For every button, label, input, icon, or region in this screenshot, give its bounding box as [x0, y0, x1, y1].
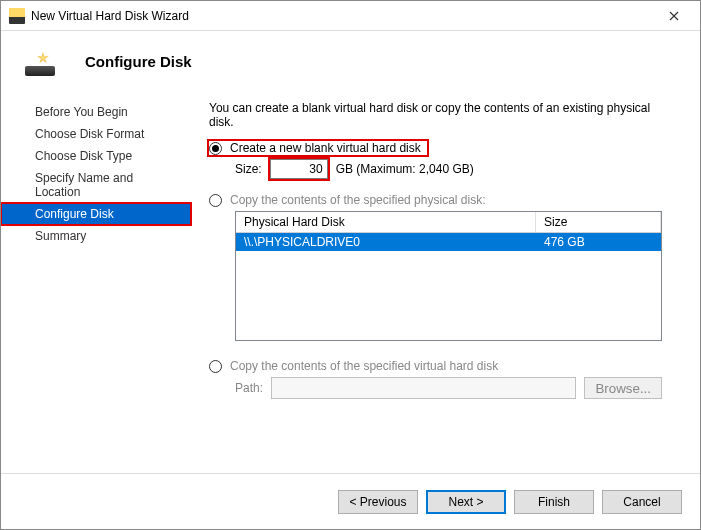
- wizard-window: New Virtual Hard Disk Wizard Configure D…: [0, 0, 701, 530]
- option-copy-physical-label: Copy the contents of the specified physi…: [230, 193, 485, 207]
- button-row: < Previous Next > Finish Cancel: [1, 473, 700, 529]
- option-create-blank[interactable]: Create a new blank virtual hard disk: [209, 141, 427, 155]
- app-icon: [9, 8, 25, 24]
- option-copy-physical[interactable]: Copy the contents of the specified physi…: [209, 193, 662, 207]
- window-title: New Virtual Hard Disk Wizard: [31, 9, 652, 23]
- size-label: Size:: [235, 162, 262, 176]
- step-summary[interactable]: Summary: [1, 225, 191, 247]
- finish-button[interactable]: Finish: [514, 490, 594, 514]
- radio-create-blank[interactable]: [209, 142, 222, 155]
- path-label: Path:: [235, 381, 263, 395]
- step-choose-disk-type[interactable]: Choose Disk Type: [1, 145, 191, 167]
- step-before-you-begin[interactable]: Before You Begin: [1, 101, 191, 123]
- table-row[interactable]: \\.\PHYSICALDRIVE0476 GB: [236, 233, 661, 251]
- col-size[interactable]: Size: [536, 212, 661, 232]
- option-copy-virtual-label: Copy the contents of the specified virtu…: [230, 359, 498, 373]
- browse-button: Browse...: [584, 377, 662, 399]
- step-specify-name-and-location[interactable]: Specify Name and Location: [1, 167, 191, 203]
- path-input: [271, 377, 576, 399]
- wizard-body: Before You BeginChoose Disk FormatChoose…: [1, 91, 700, 473]
- radio-copy-physical[interactable]: [209, 194, 222, 207]
- col-physical-disk[interactable]: Physical Hard Disk: [236, 212, 536, 232]
- titlebar: New Virtual Hard Disk Wizard: [1, 1, 700, 31]
- close-icon: [669, 11, 679, 21]
- size-input[interactable]: [270, 159, 328, 179]
- step-choose-disk-format[interactable]: Choose Disk Format: [1, 123, 191, 145]
- close-button[interactable]: [652, 2, 696, 30]
- cancel-button[interactable]: Cancel: [602, 490, 682, 514]
- step-list: Before You BeginChoose Disk FormatChoose…: [1, 91, 191, 473]
- physical-disk-table[interactable]: Physical Hard Disk Size \\.\PHYSICALDRIV…: [235, 211, 662, 341]
- path-row: Path: Browse...: [235, 377, 662, 399]
- intro-text: You can create a blank virtual hard disk…: [209, 101, 662, 129]
- cell-size: 476 GB: [536, 233, 661, 251]
- page-title: Configure Disk: [85, 53, 192, 70]
- wizard-icon: [25, 46, 55, 76]
- size-row: Size: GB (Maximum: 2,040 GB): [235, 159, 662, 179]
- wizard-header: Configure Disk: [1, 31, 700, 91]
- step-configure-disk[interactable]: Configure Disk: [1, 203, 191, 225]
- option-create-blank-label: Create a new blank virtual hard disk: [230, 141, 421, 155]
- size-suffix: GB (Maximum: 2,040 GB): [336, 162, 474, 176]
- content-pane: You can create a blank virtual hard disk…: [191, 91, 700, 473]
- option-copy-virtual[interactable]: Copy the contents of the specified virtu…: [209, 359, 662, 373]
- radio-copy-virtual[interactable]: [209, 360, 222, 373]
- next-button[interactable]: Next >: [426, 490, 506, 514]
- table-header: Physical Hard Disk Size: [236, 212, 661, 233]
- previous-button[interactable]: < Previous: [338, 490, 418, 514]
- cell-disk: \\.\PHYSICALDRIVE0: [236, 233, 536, 251]
